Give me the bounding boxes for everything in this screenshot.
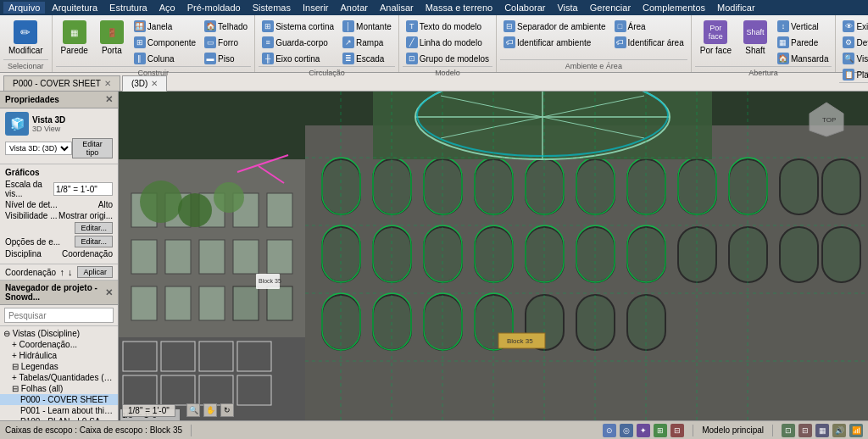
- menu-colaborar[interactable]: Colaborar: [499, 2, 550, 14]
- ribbon-btn-ident-ambiente[interactable]: 🏷 Identificar ambiente: [500, 35, 609, 50]
- ribbon-btn-porta[interactable]: 🚪 Porta: [95, 17, 129, 58]
- tree-item-3[interactable]: ⊟ Legendas: [0, 361, 118, 372]
- tree-item-p000[interactable]: P000 - COVER SHEET: [0, 394, 118, 405]
- options-edit-btn[interactable]: Editar...: [75, 236, 113, 247]
- ribbon-btn-piso[interactable]: ▬ Piso: [201, 51, 251, 66]
- status-right-icon-2[interactable]: ⊟: [798, 424, 812, 437]
- viewport[interactable]: Block 35 Block 35 1/8" = 1'-: [119, 92, 868, 420]
- ribbon-btn-area[interactable]: □ Área: [611, 19, 687, 34]
- ribbon-btn-por-face[interactable]: Porface Por face: [695, 17, 737, 58]
- status-icon-1[interactable]: ⊙: [603, 424, 616, 437]
- ribbon-btn-sep-ambiente[interactable]: ⊟ Separador de ambiente: [500, 19, 609, 34]
- visibility-edit-btn[interactable]: Editar...: [75, 222, 113, 234]
- ribbon-btn-mansarda[interactable]: 🏠 Mansarda: [774, 51, 832, 66]
- tab-p000[interactable]: P000 - COVER SHEET ✕: [3, 75, 120, 91]
- ribbon-btn-exibir[interactable]: 👁 Exibir: [839, 19, 868, 34]
- ribbon-btn-guarda-corpo[interactable]: ≡ Guarda-corpo: [259, 35, 337, 50]
- ribbon-btn-componente[interactable]: ⊞ Componente: [131, 35, 199, 50]
- properties-close-icon[interactable]: ✕: [105, 94, 113, 105]
- view-select[interactable]: Vista 3D: (3D): [5, 142, 72, 155]
- zoom-icon[interactable]: 🔍: [186, 403, 200, 417]
- ribbon-btn-janela[interactable]: 🪟 Janela: [131, 19, 199, 34]
- svg-rect-42: [373, 295, 411, 350]
- menu-inserir[interactable]: Inserir: [298, 2, 334, 14]
- ribbon-btn-grupo-modelos[interactable]: ⊡ Grupo de modelos: [403, 51, 492, 66]
- ribbon-btn-montante[interactable]: │ Montante: [339, 19, 395, 34]
- menu-estrutura[interactable]: Estrutura: [104, 2, 153, 14]
- svg-rect-40: [822, 227, 860, 282]
- tree-item-p001[interactable]: P001 - Learn about this pro...: [0, 405, 118, 416]
- ident-area-icon: 🏷: [615, 36, 626, 48]
- status-icon-2[interactable]: ◎: [620, 424, 633, 437]
- orbit-icon[interactable]: ↻: [220, 403, 234, 417]
- navigator-title: Navegador de projeto - Snowd...: [5, 283, 105, 302]
- ribbon-btn-coluna[interactable]: ‖ Coluna: [131, 51, 199, 66]
- eixo-cortina-icon: ╫: [262, 53, 274, 64]
- ribbon-btn-texto-modelo[interactable]: T Texto do modelo: [403, 19, 492, 34]
- ribbon-btn-modificar[interactable]: ✏ Modificar: [3, 17, 48, 58]
- svg-rect-43: [424, 295, 462, 350]
- sort-desc-icon[interactable]: ↓: [68, 267, 73, 277]
- escada-icon: ≣: [342, 53, 354, 64]
- sort-asc-icon[interactable]: ↑: [59, 267, 64, 277]
- apply-btn[interactable]: Aplicar: [77, 266, 113, 278]
- ribbon-btn-visualizador[interactable]: 🔍 Visualizador: [839, 51, 868, 66]
- ribbon-btn-forro[interactable]: ▭ Forro: [201, 35, 251, 50]
- ribbon-btn-linha-modelo[interactable]: ╱ Linha do modelo: [403, 35, 492, 50]
- tree-item-5[interactable]: ⊟ Folhas (all): [0, 383, 118, 394]
- tree-item-1[interactable]: + Coordenação...: [0, 339, 118, 350]
- status-icon-5[interactable]: ⊟: [670, 424, 684, 437]
- ribbon-btn-ident-area[interactable]: 🏷 Identificar área: [611, 35, 687, 50]
- tab-3d[interactable]: (3D) ✕: [122, 75, 167, 92]
- ribbon-btn-parede-aber[interactable]: ▦ Parede: [774, 35, 832, 50]
- view-cube[interactable]: TOP: [805, 98, 848, 141]
- tree-item-p100[interactable]: P100 - PLAN - L0 SANITAR...: [0, 416, 118, 420]
- menu-arquitetura[interactable]: Arquitetura: [47, 2, 103, 14]
- ribbon-btn-escada[interactable]: ≣ Escada: [339, 51, 395, 66]
- tree-item-2[interactable]: + Hidráulica: [0, 350, 118, 361]
- svg-rect-15: [199, 286, 225, 320]
- status-right-icon-3[interactable]: ▦: [815, 424, 829, 437]
- janela-icon: 🪟: [134, 20, 146, 32]
- pan-icon[interactable]: ✋: [203, 403, 217, 417]
- status-right-icon-4[interactable]: 🔊: [832, 424, 846, 437]
- visibility-value: Mostrar origi...: [58, 211, 113, 220]
- status-icon-4[interactable]: ⊞: [654, 424, 667, 437]
- scale-input[interactable]: [53, 182, 113, 196]
- ribbon-btn-definir[interactable]: ⚙ Definir: [839, 35, 868, 50]
- edit-type-btn[interactable]: Editar tipo: [72, 138, 113, 158]
- tree-item-0[interactable]: ⊖ Vistas (Discipline): [0, 328, 118, 339]
- menu-modificar[interactable]: Modificar: [712, 2, 760, 14]
- ribbon-btn-telhado[interactable]: 🏠 Telhado: [201, 19, 251, 34]
- menu-anotar[interactable]: Anotar: [336, 2, 373, 14]
- tab-3d-close[interactable]: ✕: [151, 79, 158, 88]
- ribbon-btn-parede[interactable]: ▦ Parede: [56, 17, 93, 58]
- menu-sistemas[interactable]: Sistemas: [248, 2, 296, 14]
- menu-arquivo[interactable]: Arquivo: [3, 2, 45, 14]
- ribbon-btn-plano-trabalho[interactable]: 📋 Plano de trabalho: [839, 67, 868, 82]
- svg-rect-24: [576, 159, 615, 214]
- status-icon-3[interactable]: ✦: [637, 424, 650, 437]
- ribbon-btn-eixo-cortina[interactable]: ╫ Eixo cortina: [259, 51, 337, 66]
- ribbon-btn-shaft[interactable]: Shaft Shaft: [738, 17, 772, 58]
- menu-complementos[interactable]: Complementos: [637, 2, 710, 14]
- menu-vista[interactable]: Vista: [552, 2, 582, 14]
- status-right-icon-5[interactable]: 📶: [849, 424, 863, 437]
- menu-pre-moldado[interactable]: Pré-moldado: [182, 2, 246, 14]
- status-right-icon-1[interactable]: ⊡: [782, 424, 795, 437]
- tree-item-4[interactable]: + Tabelas/Quantidades (all): [0, 372, 118, 383]
- svg-rect-39: [780, 227, 818, 282]
- svg-text:Block 35: Block 35: [507, 337, 533, 345]
- menu-massa-terreno[interactable]: Massa e terreno: [420, 2, 498, 14]
- navigator-close-icon[interactable]: ✕: [105, 287, 113, 298]
- menu-analisar[interactable]: Analisar: [375, 2, 419, 14]
- ribbon-btn-sistema-cortina[interactable]: ⊞ Sistema cortina: [259, 19, 337, 34]
- nav-search-input[interactable]: [4, 308, 114, 323]
- ribbon-column-dados: 👁 Exibir ⚙ Definir 🔍 Visualizador 📋 Plan…: [839, 17, 868, 82]
- ribbon-btn-rampa[interactable]: ↗ Rampa: [339, 35, 395, 50]
- tab-p000-close[interactable]: ✕: [104, 79, 111, 88]
- menu-gerenciar[interactable]: Gerenciar: [585, 2, 636, 14]
- menu-aco[interactable]: Aço: [154, 2, 181, 14]
- ribbon-btn-vertical[interactable]: ↕ Vertical: [774, 19, 832, 34]
- ribbon-section-abertura: Porface Por face Shaft Shaft ↕ Vertical …: [692, 15, 837, 72]
